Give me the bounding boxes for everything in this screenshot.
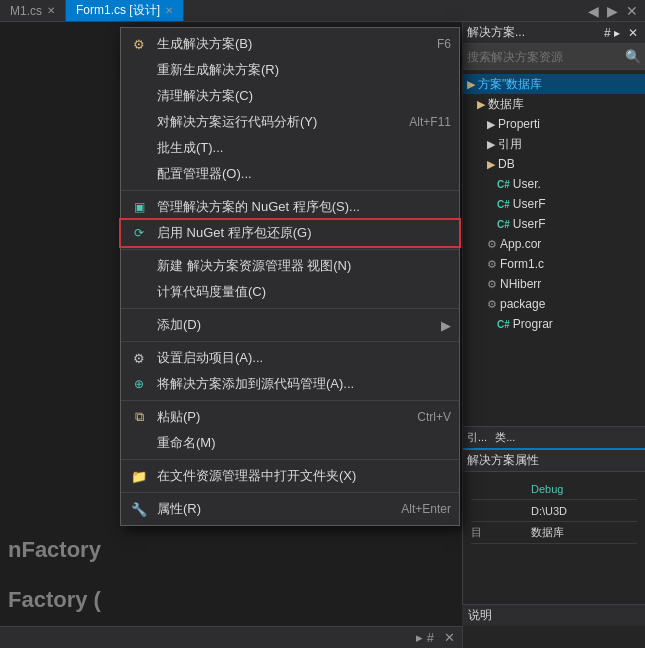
tree-item-ref[interactable]: ▶ 引用: [463, 134, 645, 154]
menu-item-restore[interactable]: ⟳ 启用 NuGet 程序包还原(G): [121, 220, 459, 246]
tab-nav-prev[interactable]: ◀: [585, 3, 602, 19]
explorer-icon: 📁: [129, 469, 149, 484]
tree-label-nhibber: NHiberr: [500, 277, 541, 291]
tree-item-DB[interactable]: ▶ DB: [463, 154, 645, 174]
tree-icon-DB: ▶: [487, 158, 495, 171]
tree-label-form1c: Form1.c: [500, 257, 544, 271]
menu-item-newview[interactable]: 新建 解决方案资源管理器 视图(N): [121, 253, 459, 279]
add-arrow-icon: ▶: [441, 318, 451, 333]
code-content: nFactory Factory (: [0, 532, 462, 618]
props-val-path: D:\U3D: [531, 505, 567, 517]
tree-item-appcor[interactable]: ⚙ App.cor: [463, 234, 645, 254]
tree-item-userf2[interactable]: C# UserF: [463, 214, 645, 234]
tree-item-user1[interactable]: C# User.: [463, 174, 645, 194]
explain-text: 说明: [468, 607, 492, 624]
tree-bottom-tab-1[interactable]: 引...: [467, 430, 487, 445]
code-text-1: nFactory: [8, 537, 101, 563]
bottom-close-btn[interactable]: ✕: [441, 630, 458, 645]
right-panel: 解决方案... # ▸ ✕ 🔍 ▶ 方案"数据库 ▶ 数据库 ▶ Prope: [462, 22, 645, 648]
tab-form1cs-label: Form1.cs [设计]: [76, 2, 160, 19]
explain-bar: 说明: [462, 604, 645, 626]
menu-item-build[interactable]: ⚙ 生成解决方案(B) F6: [121, 31, 459, 57]
sep-3: [121, 308, 459, 309]
tree-item-userf1[interactable]: C# UserF: [463, 194, 645, 214]
menu-item-props[interactable]: 🔧 属性(R) Alt+Enter: [121, 496, 459, 522]
menu-label-nuget: 管理解决方案的 NuGet 程序包(S)...: [157, 198, 360, 216]
tree-label-userf1: UserF: [513, 197, 546, 211]
sep-4: [121, 341, 459, 342]
tab-m1cs-label: M1.cs: [10, 4, 42, 18]
build-icon: ⚙: [129, 37, 149, 52]
tree-item-program[interactable]: C# Prograr: [463, 314, 645, 334]
menu-label-restore: 启用 NuGet 程序包还原(G): [157, 224, 312, 242]
menu-label-codemetric: 计算代码度量值(C): [157, 283, 266, 301]
tab-close-all[interactable]: ✕: [623, 3, 641, 19]
tree-icon-db: ▶: [477, 98, 485, 111]
tree-item-nhibber[interactable]: ⚙ NHiberr: [463, 274, 645, 294]
menu-item-batchbuild[interactable]: 批生成(T)...: [121, 135, 459, 161]
tree-item-root[interactable]: ▶ 方案"数据库: [463, 74, 645, 94]
menu-item-rebuild[interactable]: 重新生成解决方案(R): [121, 57, 459, 83]
tree-label-ref: 引用: [498, 136, 522, 153]
right-panel-btns: # ▸ ✕: [601, 26, 641, 40]
tree-label-userf2: UserF: [513, 217, 546, 231]
right-panel-close-btn[interactable]: ✕: [625, 26, 641, 40]
code-line-1: nFactory: [0, 540, 462, 560]
paste-icon: ⧉: [129, 409, 149, 425]
props-header: 解决方案属性: [463, 450, 645, 472]
menu-shortcut-paste: Ctrl+V: [417, 410, 451, 424]
tree-icon-ref: ▶: [487, 138, 495, 151]
tree-label-properti: Properti: [498, 117, 540, 131]
menu-label-codeanalysis: 对解决方案运行代码分析(Y): [157, 113, 317, 131]
menu-label-rebuild: 重新生成解决方案(R): [157, 61, 279, 79]
props-row-1: Debug: [471, 478, 637, 500]
menu-shortcut-codeanalysis: Alt+F11: [409, 115, 451, 129]
tree-item-properti[interactable]: ▶ Properti: [463, 114, 645, 134]
tree-label-user1: User.: [513, 177, 541, 191]
menu-item-explorer[interactable]: 📁 在文件资源管理器中打开文件夹(X): [121, 463, 459, 489]
tree-icon-appcor: ⚙: [487, 238, 497, 251]
solution-tree: ▶ 方案"数据库 ▶ 数据库 ▶ Properti ▶ 引用 ▶ DB C#: [463, 70, 645, 426]
props-val-db: 数据库: [531, 525, 564, 540]
props-row-2: D:\U3D: [471, 500, 637, 522]
menu-label-explorer: 在文件资源管理器中打开文件夹(X): [157, 467, 356, 485]
menu-item-paste[interactable]: ⧉ 粘贴(P) Ctrl+V: [121, 404, 459, 430]
tab-form1cs[interactable]: Form1.cs [设计] ✕: [66, 0, 184, 21]
menu-label-props: 属性(R): [157, 500, 201, 518]
right-panel-bottom: 引... 类...: [463, 426, 645, 448]
tree-item-package[interactable]: ⚙ package: [463, 294, 645, 314]
tab-m1cs[interactable]: M1.cs ✕: [0, 0, 66, 21]
menu-item-scm[interactable]: ⊕ 将解决方案添加到源代码管理(A)...: [121, 371, 459, 397]
tree-label-db: 数据库: [488, 96, 524, 113]
tree-label-root: 方案"数据库: [478, 76, 542, 93]
menu-item-startup[interactable]: ⚙ 设置启动项目(A)...: [121, 345, 459, 371]
menu-shortcut-build: F6: [437, 37, 451, 51]
search-icon: 🔍: [625, 49, 641, 64]
sep-7: [121, 492, 459, 493]
code-area-bottom-bar: ▸ # ✕: [0, 626, 462, 648]
tab-m1cs-close[interactable]: ✕: [47, 5, 55, 16]
menu-item-nuget[interactable]: ▣ 管理解决方案的 NuGet 程序包(S)...: [121, 194, 459, 220]
tree-icon-form1c: ⚙: [487, 258, 497, 271]
tree-label-DB: DB: [498, 157, 515, 171]
menu-item-clean[interactable]: 清理解决方案(C): [121, 83, 459, 109]
menu-item-rename[interactable]: 重命名(M): [121, 430, 459, 456]
menu-item-configmgr[interactable]: 配置管理器(O)...: [121, 161, 459, 187]
tree-item-form1c[interactable]: ⚙ Form1.c: [463, 254, 645, 274]
menu-label-paste: 粘贴(P): [157, 408, 200, 426]
search-input[interactable]: [467, 50, 621, 64]
right-panel-pin-btn[interactable]: # ▸: [601, 26, 623, 40]
menu-item-add[interactable]: 添加(D) ▶: [121, 312, 459, 338]
tab-form1cs-close[interactable]: ✕: [165, 5, 173, 16]
tree-bottom-tab-2[interactable]: 类...: [495, 430, 515, 445]
bottom-pin-btn[interactable]: ▸ #: [413, 630, 437, 645]
tree-item-db-project[interactable]: ▶ 数据库: [463, 94, 645, 114]
tree-icon-root: ▶: [467, 78, 475, 91]
tab-bar: M1.cs ✕ Form1.cs [设计] ✕ ◀ ▶ ✕: [0, 0, 645, 22]
menu-item-codeanalysis[interactable]: 对解决方案运行代码分析(Y) Alt+F11: [121, 109, 459, 135]
sep-2: [121, 249, 459, 250]
nuget-icon: ▣: [129, 200, 149, 214]
menu-item-codemetric[interactable]: 计算代码度量值(C): [121, 279, 459, 305]
tab-nav-next[interactable]: ▶: [604, 3, 621, 19]
tab-pin-area: ◀ ▶ ✕: [581, 3, 645, 19]
